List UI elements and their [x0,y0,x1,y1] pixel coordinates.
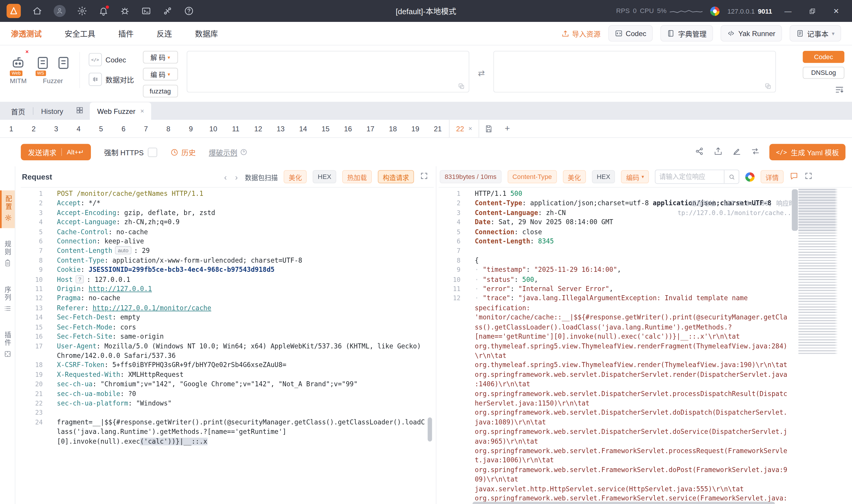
code-line[interactable]: 4Accept-Language: zh-CN,zh;q=0.9 [21,218,434,228]
fuzzer-tab[interactable]: 11 [224,120,247,137]
scrollbar-thumb[interactable] [428,417,432,441]
code-line[interactable]: 8Content-Type: application/x-www-form-ur… [21,256,434,265]
generate-yaml-button[interactable]: </>生成 Yaml 模板 [769,144,846,160]
gear-icon[interactable] [77,6,87,16]
copy-icon[interactable] [765,83,772,90]
rail-tab-2[interactable]: 规则 [0,236,15,274]
decode-dropdown[interactable]: 解 码▾ [143,51,178,64]
tab-home[interactable]: 首页 [4,102,32,120]
content-type-tag[interactable]: Content-Type [507,170,557,183]
fuzzer-tab[interactable]: 13 [269,120,292,137]
notepad-button[interactable]: 记事本▾ [789,25,841,41]
code-line[interactable]: 1HTTP/1.1 500 [439,189,852,199]
code-line[interactable]: 19X-Requested-With: XMLHttpRequest [21,370,434,380]
detail-button[interactable]: 详情 [761,170,784,183]
prev-request-button[interactable]: ‹ [223,172,228,181]
codec-input[interactable] [187,51,469,93]
import-resource-button[interactable]: 导入资源 [561,28,601,38]
fuzzer-tab-active[interactable]: 22× [449,120,480,137]
response-search-input[interactable] [656,173,724,181]
code-line[interactable]: 12· "trace": "java.lang.IllegalArgumentE… [439,294,852,504]
fuzztag-button[interactable]: fuzztag [143,85,178,97]
fuzzer-tab[interactable]: 12 [247,120,269,137]
fuzzer-tool[interactable]: WS Fuzzer [36,49,70,85]
menubar-item[interactable]: 反连 [157,28,172,39]
menubar-item[interactable]: 渗透测试 [11,28,42,39]
yakit-logo[interactable] [6,4,21,18]
code-line[interactable]: 16Sec-Fetch-Site: same-origin [21,332,434,342]
fullscreen-icon[interactable] [420,172,428,182]
code-line[interactable]: 6Connection: keep-alive [21,237,434,246]
code-line[interactable]: 24fragment=__|$${#response.getWriter().p… [21,418,434,447]
fuzzer-tab[interactable]: 9 [180,120,202,137]
dictionary-button[interactable]: 字典管理 [660,25,713,41]
fuzzer-tab[interactable]: 14 [292,120,314,137]
copy-icon[interactable] [458,83,465,90]
close-window-button[interactable]: ✕ [828,3,844,19]
add-tab-button[interactable]: + [498,120,517,137]
save-icon[interactable] [479,120,498,137]
close-icon[interactable]: × [140,107,144,115]
code-line[interactable]: 6Content-Length: 8345 [439,237,852,246]
menubar-item[interactable]: 安全工具 [65,28,95,39]
code-line[interactable]: 1POST /monitor/cache/getNames HTTP/1.1 [21,189,434,199]
codec-output[interactable] [493,51,776,93]
yak-runner-button[interactable]: Yak Runner [721,25,782,41]
panel-resize-handle[interactable] [434,166,439,504]
share-icon[interactable] [695,147,704,158]
fuzzer-tab[interactable]: 2 [22,120,45,137]
code-line[interactable]: 13Referer: http://127.0.0.1/monitor/cach… [21,304,434,313]
restore-button[interactable] [804,3,820,19]
help-icon[interactable] [184,6,194,16]
code-line[interactable]: 22sec-ch-ua-platform: "Windows" [21,399,434,408]
menubar-item[interactable]: 数据库 [195,28,218,39]
fuzzer-tab[interactable]: 10 [202,120,225,137]
code-line[interactable]: 3Content-Language: zh-CN [439,208,852,218]
horizontal-scrollbar-thumb[interactable] [472,502,775,504]
encode-dropdown[interactable]: 编 码▾ [143,68,178,80]
packet-scan-button[interactable]: 数据包扫描 [245,172,278,181]
swap-icon[interactable]: ⇄ [478,68,485,78]
force-https-checkbox[interactable] [148,147,157,157]
close-icon[interactable]: × [468,125,472,132]
fuzzer-tab[interactable]: 7 [135,120,157,137]
code-line[interactable]: 15Sec-Fetch-Mode: cors [21,323,434,332]
fuzzer-tab[interactable]: 15 [314,120,337,137]
code-line[interactable]: 7Content-Lengthauto: 29 [21,246,434,256]
code-line[interactable]: 5Cache-Control: no-cache [21,228,434,237]
codec-tool[interactable]: </>Codec [88,53,134,66]
tab-web-fuzzer[interactable]: Web Fuzzer× [90,102,151,120]
code-line[interactable]: 23 [21,409,434,418]
rail-tab-1[interactable]: 配置 [0,191,15,228]
code-line[interactable]: 12Pragma: no-cache [21,294,434,304]
open-in-browser-icon[interactable] [745,172,754,181]
scrollbar-thumb[interactable] [792,189,798,231]
code-line[interactable]: 10· "status": 500, [439,275,852,285]
codec-menu-button[interactable]: Codec [608,25,653,41]
collapse-panel-icon[interactable] [835,85,844,96]
code-line[interactable]: 3Accept-Encoding: gzip, deflate, br, zst… [21,208,434,218]
rail-tab-3[interactable]: 序列 [0,281,15,319]
fullscreen-icon[interactable] [804,172,813,182]
code-line[interactable]: 10Host?: 127.0.0.1 [21,275,434,285]
code-line[interactable]: 8{ [439,256,852,265]
fuzzer-tab[interactable]: 21 [427,120,449,137]
editor-minimap[interactable] [798,189,838,354]
fuzzer-tab[interactable]: 18 [382,120,404,137]
codec-run-button[interactable]: Codec [803,51,845,63]
engine-status-icon[interactable] [711,6,720,15]
bell-icon[interactable] [99,6,108,16]
beautify-button[interactable]: 美化 [563,170,586,183]
construct-request-button[interactable]: 构造请求 [378,170,414,183]
export-icon[interactable] [714,147,723,158]
code-line[interactable]: 18X-CSRF-Token: 5+ffs0iBYFPHQ3sGR+9f/bHY… [21,361,434,370]
code-line[interactable]: 9Cookie: JSESSIONID=299fb5ce-bcb3-4ec4-9… [21,266,434,275]
fuzzer-tab[interactable]: 16 [337,120,360,137]
fuzzer-tab[interactable]: 6 [112,120,135,137]
code-line[interactable]: 20sec-ch-ua: "Chromium";v="142", "Google… [21,380,434,389]
code-line[interactable]: 5Connection: close [439,228,852,237]
hot-reload-button[interactable]: 热加载 [342,170,372,183]
terminal-icon[interactable] [141,6,151,16]
beautify-button[interactable]: 美化 [284,170,307,183]
code-line[interactable]: 14Sec-Fetch-Dest: empty [21,313,434,323]
